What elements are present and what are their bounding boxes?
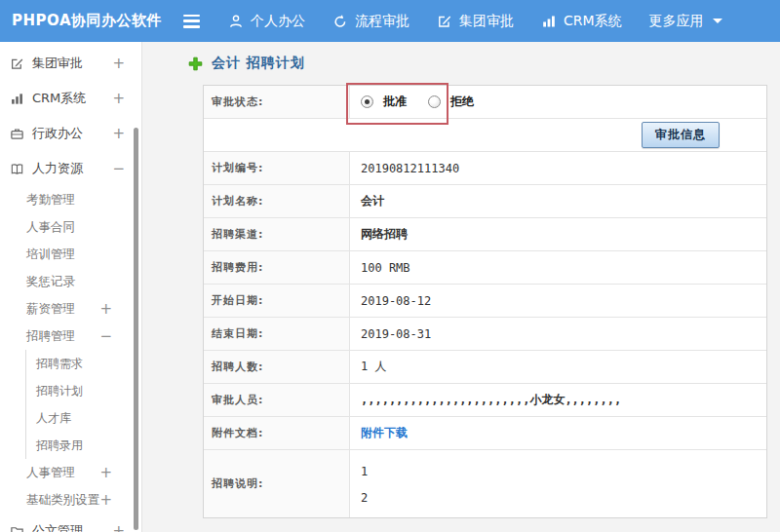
process-icon [332,14,348,29]
sidebar-item-rewards[interactable]: 奖惩记录 [0,268,141,295]
field-value: 2019-08-12 [350,285,766,317]
field-value: 附件下载 [350,417,766,449]
sidebar-item-label: 招聘需求 [36,356,83,372]
top-nav: 个人办公 流程审批 集团审批 CRM系统 更多应用 [228,13,722,30]
field-label: 审批人员: [204,384,350,416]
table-row-plan-number: 计划编号: 20190812111340 [204,152,766,185]
briefcase-icon [9,126,24,141]
sidebar-item-base-category[interactable]: 基础类别设置 + [0,486,141,513]
sidebar-item-attendance[interactable]: 考勤管理 [0,186,141,213]
field-label: 计划名称: [204,185,350,217]
field-label: 结束日期: [204,318,350,350]
nav-group-approval[interactable]: 集团审批 [437,13,514,30]
bar-chart-icon [541,14,557,29]
sidebar-item-label: 考勤管理 [26,192,75,209]
nav-crm-system[interactable]: CRM系统 [541,13,622,30]
sidebar-item-label: 基础类别设置 [26,492,99,509]
add-icon [188,57,203,71]
sidebar-item-salary[interactable]: 薪资管理 + [0,295,141,323]
sidebar-item-training[interactable]: 培训管理 [0,241,141,268]
nav-label: 集团审批 [459,13,514,30]
table-row-start-date: 开始日期: 2019-08-12 [204,285,766,318]
field-label: 审批状态: [204,86,350,118]
expand-toggle[interactable]: + [99,491,112,509]
expand-toggle[interactable]: + [112,522,125,532]
nav-label: 更多应用 [649,13,704,30]
field-label: 招聘费用: [204,251,350,284]
radio-reject-label[interactable]: 拒绝 [450,94,474,110]
sidebar-item-document-mgmt[interactable]: 公文管理 + [0,513,141,532]
field-label: 招聘人数: [204,351,350,383]
top-header: PHPOA协同办公软件 个人办公 流程审批 集团审批 CRM系统 [0,0,780,42]
collapse-toggle[interactable]: − [112,160,125,177]
table-row-approval-status: 审批状态: 批准 拒绝 [204,86,766,119]
table-row-description: 招聘说明: 1 2 [204,450,766,517]
table-row-approvers: 审批人员: ,,,,,,,,,,,,,,,,,,,,,,,,小龙女,,,,,,,… [204,384,766,417]
sidebar-item-label: 集团审批 [32,55,83,72]
expand-toggle[interactable]: + [112,125,125,142]
field-value: 网络招聘 [350,218,766,250]
page-title: 会计 招聘计划 [188,55,780,72]
table-row-recruit-channel: 招聘渠道: 网络招聘 [204,218,766,251]
sidebar-item-label: 人才库 [36,410,71,427]
field-value: 批准 拒绝 [350,86,766,118]
page-title-text: 会计 招聘计划 [212,55,305,72]
nav-process-approval[interactable]: 流程审批 [332,13,410,30]
nav-more-apps[interactable]: 更多应用 [649,13,722,30]
sidebar-item-recruit-demand[interactable]: 招聘需求 [26,350,141,377]
sidebar-item-recruitment[interactable]: 招聘管理 − [0,323,141,350]
sidebar-item-admin-office[interactable]: 行政办公 + [0,116,141,151]
recruit-plan-detail-table: 审批状态: 批准 拒绝 审批信息 计划编号: 20190812111340 计划… [203,85,767,518]
nav-label: 个人办公 [251,13,305,30]
table-row-plan-name: 计划名称: 会计 [204,185,766,218]
field-label: 招聘说明: [204,450,350,517]
table-row-approve-button: 审批信息 [204,119,766,152]
user-icon [228,14,244,29]
field-label: 开始日期: [204,285,350,317]
collapse-toggle[interactable]: − [99,327,112,345]
bar-chart-icon [9,91,24,106]
sidebar-scrollbar[interactable] [134,128,138,530]
approval-radio-group: 批准 拒绝 [361,94,486,110]
expand-toggle[interactable]: + [99,464,112,481]
field-label: 计划编号: [204,152,350,184]
sidebar-item-talent-pool[interactable]: 人才库 [26,404,141,432]
sidebar-item-recruit-plan[interactable]: 招聘计划 [26,377,141,404]
radio-approve[interactable] [361,95,373,108]
document-icon [9,523,24,532]
field-value: 1 2 [350,450,766,517]
sidebar-item-personnel[interactable]: 人事管理 + [0,459,141,486]
attachment-download-link[interactable]: 附件下载 [361,425,408,441]
field-value: 2019-08-31 [350,318,766,350]
sidebar-item-recruit-hire[interactable]: 招聘录用 [26,432,141,459]
description-line: 2 [361,491,368,505]
table-row-attachment: 附件文档: 附件下载 [204,417,766,450]
sidebar-item-label: 奖惩记录 [26,274,75,290]
sidebar-item-group-approval[interactable]: 集团审批 + [0,46,141,81]
expand-toggle[interactable]: + [112,55,125,72]
table-row-headcount: 招聘人数: 1 人 [204,351,766,384]
sidebar-item-label: 行政办公 [32,125,83,142]
sidebar-item-crm[interactable]: CRM系统 + [0,81,141,116]
sidebar-item-hr-contract[interactable]: 人事合同 [0,213,141,241]
sidebar-item-label: 招聘计划 [36,383,83,399]
sidebar-item-hr[interactable]: 人力资源 − [0,151,141,186]
expand-toggle[interactable]: + [112,90,125,107]
field-value: ,,,,,,,,,,,,,,,,,,,,,,,,小龙女,,,,,,,, [350,384,766,416]
edit-square-icon [437,14,452,29]
description-line: 1 [361,465,368,478]
sidebar-item-label: CRM系统 [32,90,86,107]
recruitment-submenu: 招聘需求 招聘计划 人才库 招聘录用 [25,350,141,459]
field-label: 招聘渠道: [204,218,350,250]
nav-label: 流程审批 [355,13,410,30]
sidebar-item-label: 薪资管理 [26,301,75,318]
book-icon [9,161,24,176]
hamburger-menu-icon[interactable] [183,15,203,28]
radio-reject[interactable] [428,95,441,108]
sidebar-item-label: 公文管理 [32,522,83,532]
nav-personal-office[interactable]: 个人办公 [228,13,305,30]
field-value: 100 RMB [350,251,766,284]
radio-approve-label[interactable]: 批准 [383,94,407,110]
expand-toggle[interactable]: + [99,300,112,318]
approve-info-button[interactable]: 审批信息 [642,122,720,148]
